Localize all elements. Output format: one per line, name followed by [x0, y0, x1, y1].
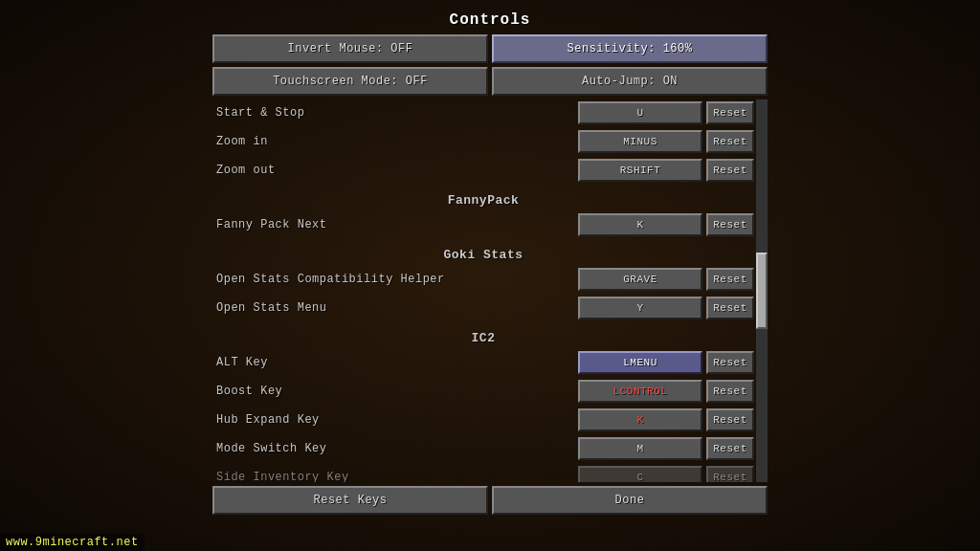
label-alt-key: ALT Key — [212, 356, 578, 369]
row-side-inventory-key: Side Inventory Key C Reset — [212, 464, 754, 482]
row-open-stats-helper: Open Stats Compatibility Helper GRAVE Re… — [212, 266, 754, 293]
label-hub-expand-key: Hub Expand Key — [212, 413, 578, 427]
invert-mouse-button[interactable]: Invert Mouse: OFF — [212, 34, 488, 63]
key-open-stats-helper[interactable]: GRAVE — [578, 268, 702, 291]
label-fanny-pack-next: Fanny Pack Next — [212, 218, 578, 231]
reset-open-stats-helper[interactable]: Reset — [706, 268, 754, 291]
key-alt-key[interactable]: LMENU — [578, 351, 702, 374]
key-open-stats-menu[interactable]: Y — [578, 297, 702, 320]
row-alt-key: ALT Key LMENU Reset — [212, 349, 754, 376]
reset-fanny-pack-next[interactable]: Reset — [706, 213, 754, 236]
row-open-stats-menu: Open Stats Menu Y Reset — [212, 295, 754, 321]
row-zoom-out: Zoom out RSHIFT Reset — [212, 157, 754, 184]
reset-keys-button[interactable]: Reset Keys — [212, 486, 488, 515]
label-mode-switch-key: Mode Switch Key — [212, 442, 578, 455]
label-zoom-in: Zoom in — [212, 135, 578, 148]
reset-side-inventory-key[interactable]: Reset — [706, 466, 754, 482]
section-ic2: IC2 — [212, 323, 754, 349]
top-buttons-row1: Invert Mouse: OFF Sensitivity: 160% — [212, 34, 768, 63]
reset-open-stats-menu[interactable]: Reset — [706, 297, 754, 320]
row-hub-expand-key: Hub Expand Key K Reset — [212, 407, 754, 433]
controls-page: Controls Invert Mouse: OFF Sensitivity: … — [0, 0, 980, 551]
done-button[interactable]: Done — [492, 486, 768, 515]
key-mode-switch-key[interactable]: M — [578, 437, 702, 460]
reset-alt-key[interactable]: Reset — [706, 351, 754, 374]
label-open-stats-menu: Open Stats Menu — [212, 301, 578, 315]
label-boost-key: Boost Key — [212, 385, 578, 398]
row-mode-switch-key: Mode Switch Key M Reset — [212, 435, 754, 462]
key-zoom-out[interactable]: RSHIFT — [578, 159, 702, 182]
reset-start-stop[interactable]: Reset — [706, 101, 754, 124]
label-zoom-out: Zoom out — [212, 164, 578, 177]
page-title: Controls — [212, 4, 768, 34]
scroll-area: Start & Stop U Reset Zoom in MINUS Reset… — [212, 99, 768, 482]
main-content: Controls Invert Mouse: OFF Sensitivity: … — [212, 4, 768, 518]
reset-zoom-in[interactable]: Reset — [706, 130, 754, 153]
touchscreen-button[interactable]: Touchscreen Mode: OFF — [212, 67, 488, 96]
top-buttons-row2: Touchscreen Mode: OFF Auto-Jump: ON — [212, 67, 768, 96]
row-fanny-pack-next: Fanny Pack Next K Reset — [212, 211, 754, 238]
reset-mode-switch-key[interactable]: Reset — [706, 437, 754, 460]
key-start-stop[interactable]: U — [578, 101, 702, 124]
reset-boost-key[interactable]: Reset — [706, 380, 754, 403]
key-boost-key[interactable]: LCONTROL — [578, 380, 702, 403]
sensitivity-button[interactable]: Sensitivity: 160% — [492, 34, 768, 63]
key-hub-expand-key[interactable]: K — [578, 408, 702, 431]
bottom-buttons: Reset Keys Done — [212, 486, 768, 515]
scrollbar-thumb[interactable] — [756, 253, 768, 329]
rows-container: Start & Stop U Reset Zoom in MINUS Reset… — [212, 99, 754, 482]
auto-jump-button[interactable]: Auto-Jump: ON — [492, 67, 768, 96]
key-zoom-in[interactable]: MINUS — [578, 130, 702, 153]
watermark: www.9minecraft.net — [0, 534, 145, 551]
row-zoom-in: Zoom in MINUS Reset — [212, 128, 754, 155]
section-goki-stats: Goki Stats — [212, 240, 754, 266]
reset-hub-expand-key[interactable]: Reset — [706, 408, 754, 431]
label-start-stop: Start & Stop — [212, 106, 578, 120]
section-fannypack: FannyPack — [212, 186, 754, 211]
reset-zoom-out[interactable]: Reset — [706, 159, 754, 182]
key-fanny-pack-next[interactable]: K — [578, 213, 702, 236]
scrollbar-track[interactable] — [756, 99, 768, 482]
row-boost-key: Boost Key LCONTROL Reset — [212, 378, 754, 405]
row-start-stop: Start & Stop U Reset — [212, 99, 754, 126]
label-open-stats-helper: Open Stats Compatibility Helper — [212, 273, 578, 286]
key-side-inventory-key[interactable]: C — [578, 466, 702, 482]
label-side-inventory-key: Side Inventory Key — [212, 471, 578, 482]
